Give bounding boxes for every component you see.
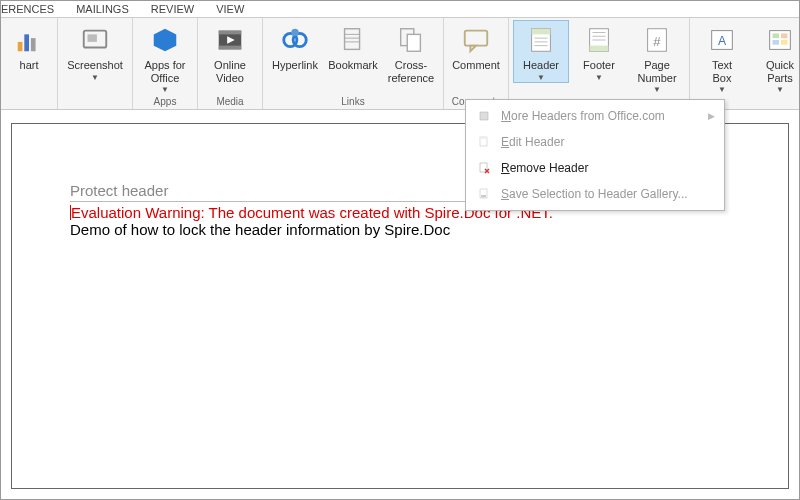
svg-rect-53 [481, 195, 486, 198]
button-label: Apps forOffice [145, 59, 186, 84]
remove-icon [475, 159, 493, 177]
svg-rect-1 [24, 34, 29, 51]
edit-header-item: Edit Header [469, 129, 721, 155]
svg-point-12 [291, 29, 299, 37]
body-text: Demo of how to lock the header informati… [70, 221, 788, 238]
online-video-button[interactable]: OnlineVideo [202, 20, 258, 84]
svg-marker-20 [470, 46, 476, 52]
edit-icon [475, 133, 493, 151]
button-label: Footer [583, 59, 615, 72]
page-number-button[interactable]: #PageNumber▼ [629, 20, 685, 94]
tab-review[interactable]: REVIEW [151, 3, 194, 15]
chevron-down-icon: ▼ [161, 85, 169, 94]
svg-rect-2 [31, 38, 36, 51]
tab-references[interactable]: ERENCES [1, 3, 54, 15]
group-label: Links [341, 95, 364, 108]
chevron-down-icon: ▼ [91, 73, 99, 82]
button-label: PageNumber [637, 59, 676, 84]
quickparts-icon [764, 24, 796, 56]
tab-view[interactable]: VIEW [216, 3, 244, 15]
hyperlink-button[interactable]: Hyperlink [267, 20, 323, 72]
svg-text:#: # [653, 34, 661, 49]
submenu-arrow-icon: ▶ [708, 111, 715, 121]
chevron-down-icon: ▼ [653, 85, 661, 94]
svg-rect-18 [407, 34, 420, 51]
quick-parts-button[interactable]: QuickParts▼ [752, 20, 800, 94]
header-dropdown: More Headers from Office.com▶Edit Header… [465, 99, 725, 211]
pagenum-icon: # [641, 24, 673, 56]
svg-rect-4 [88, 34, 97, 42]
video-icon [214, 24, 246, 56]
chevron-down-icon: ▼ [718, 85, 726, 94]
menu-tabs: ERENCES MAILINGS REVIEW VIEW [1, 1, 799, 18]
comment-button[interactable]: Comment [448, 20, 504, 72]
menu-item-label: Remove Header [501, 161, 588, 175]
screenshot-button[interactable]: Screenshot▼ [62, 20, 128, 82]
link-icon [279, 24, 311, 56]
svg-rect-0 [18, 42, 23, 51]
apps-for-office-button[interactable]: Apps forOffice▼ [137, 20, 193, 94]
button-label: Hyperlink [272, 59, 318, 72]
svg-text:A: A [718, 34, 727, 48]
xref-icon [395, 24, 427, 56]
svg-rect-46 [480, 112, 488, 120]
remove-header-item[interactable]: Remove Header [469, 155, 721, 181]
svg-rect-39 [781, 40, 788, 45]
button-label: hart [20, 59, 39, 72]
group-label: Apps [154, 95, 177, 108]
cross-reference-button[interactable]: Cross-reference [383, 20, 439, 84]
header-button[interactable]: Header▼ [513, 20, 569, 83]
header-icon [525, 24, 557, 56]
svg-rect-8 [219, 46, 242, 50]
menu-item-label: Edit Header [501, 135, 564, 149]
chart-icon [13, 24, 45, 56]
save-selection-item: Save Selection to Header Gallery... [469, 181, 721, 207]
more-headers-item: More Headers from Office.com▶ [469, 103, 721, 129]
svg-rect-36 [773, 33, 780, 38]
save-icon [475, 185, 493, 203]
chevron-down-icon: ▼ [595, 73, 603, 82]
bookmark-button[interactable]: Bookmark [325, 20, 381, 72]
comment-icon [460, 24, 492, 56]
menu-item-label: More Headers from Office.com [501, 109, 665, 123]
button-label: Bookmark [328, 59, 378, 72]
button-label: Header [523, 59, 559, 72]
button-label: Comment [452, 59, 500, 72]
button-label: QuickParts [766, 59, 794, 84]
svg-rect-7 [219, 31, 242, 35]
office-icon [475, 107, 493, 125]
footer-button[interactable]: Footer▼ [571, 20, 627, 82]
apps-icon [149, 24, 181, 56]
chart-button[interactable]: hart [5, 20, 53, 72]
button-label: OnlineVideo [214, 59, 246, 84]
button-label: Screenshot [67, 59, 123, 72]
button-label: TextBox [712, 59, 732, 84]
textbox-icon: A [706, 24, 738, 56]
tab-mailings[interactable]: MAILINGS [76, 3, 129, 15]
text-box-button[interactable]: ATextBox▼ [694, 20, 750, 94]
svg-rect-48 [480, 137, 487, 139]
svg-rect-38 [773, 40, 780, 45]
chevron-down-icon: ▼ [537, 73, 545, 82]
screenshot-icon [79, 24, 111, 56]
svg-rect-37 [781, 33, 788, 38]
svg-rect-22 [532, 29, 551, 35]
chevron-down-icon: ▼ [776, 85, 784, 94]
footer-icon [583, 24, 615, 56]
ribbon: hartScreenshot▼Apps forOffice▼AppsOnline… [1, 18, 799, 110]
bookmark-icon [337, 24, 369, 56]
button-label: Cross-reference [388, 59, 434, 84]
svg-rect-19 [465, 31, 488, 46]
svg-rect-27 [590, 46, 609, 52]
menu-item-label: Save Selection to Header Gallery... [501, 187, 688, 201]
svg-marker-5 [154, 29, 177, 52]
svg-rect-13 [345, 29, 360, 50]
group-label: Media [216, 95, 243, 108]
